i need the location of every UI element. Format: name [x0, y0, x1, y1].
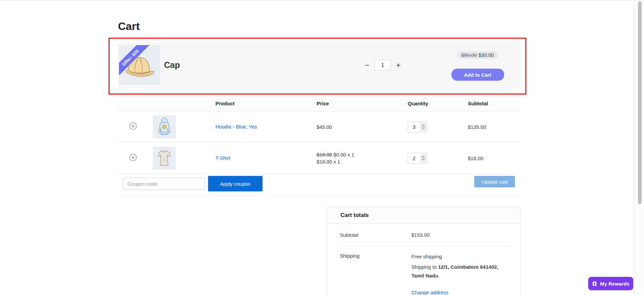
subtotal-label: Subtotal	[340, 232, 411, 238]
remove-item-icon[interactable]	[129, 153, 137, 161]
tshirt-illustration	[157, 149, 171, 167]
product-link-hoodie[interactable]: Hoodie - Blue, Yes	[215, 124, 257, 130]
hoodie-illustration	[157, 118, 172, 136]
spinner-arrows-icon[interactable]	[420, 154, 427, 163]
header-quantity: Quantity	[408, 101, 468, 106]
shipping-label: Shipping	[340, 253, 411, 259]
coupon-row: Apply coupon Update cart	[118, 174, 521, 196]
subtotal-value: $153.00	[411, 232, 430, 238]
cart-totals-panel: Cart totals Subtotal $153.00 Shipping Fr…	[327, 207, 521, 295]
promo-product-row: Offer: $20 Cap − + $50.00$30.00 Add to C…	[118, 42, 521, 88]
scrollbar-thumb[interactable]	[638, 1, 642, 204]
product-link-tshirt[interactable]: T-Shirt	[215, 155, 230, 161]
tshirt-product-image[interactable]	[153, 147, 176, 170]
plus-icon[interactable]: +	[395, 61, 401, 69]
quantity-input-tshirt[interactable]: 2	[408, 153, 428, 164]
header-product: Product	[215, 101, 317, 106]
cart-table: Product Price Quantity Subtotal	[118, 95, 521, 196]
promo-quantity-stepper: − +	[364, 60, 401, 70]
cap-product-image: Offer: $20	[119, 45, 160, 85]
hoodie-product-image[interactable]	[153, 115, 176, 138]
subtotal-tshirt: $18.00	[468, 155, 521, 161]
promo-product-name: Cap	[164, 60, 180, 70]
promo-old-price: $50.00	[461, 52, 477, 58]
quantity-input-hoodie[interactable]: 3	[408, 121, 428, 133]
cart-table-header: Product Price Quantity Subtotal	[118, 95, 521, 112]
add-to-cart-button[interactable]: Add to Cart	[451, 69, 504, 81]
scrollbar[interactable]	[634, 1, 644, 295]
promo-highlight-box: Offer: $20 Cap − + $50.00$30.00 Add to C…	[109, 38, 526, 95]
subtotal-row: Subtotal $153.00	[327, 224, 520, 246]
header-subtotal: Subtotal	[468, 101, 521, 106]
promo-price-badge: $50.00$30.00	[457, 51, 498, 59]
shipping-method: Free shipping	[411, 253, 512, 260]
my-rewards-button[interactable]: My Rewards	[588, 277, 633, 290]
spinner-arrows-icon[interactable]	[420, 122, 427, 132]
promo-quantity-input[interactable]	[374, 60, 391, 70]
cart-totals-title: Cart totals	[327, 207, 520, 224]
minus-icon[interactable]: −	[364, 61, 370, 69]
gift-icon	[592, 281, 597, 286]
promo-new-price: $30.00	[479, 52, 494, 58]
table-row-tshirt: T-Shirt $18.00 $0.00 x 1 $18.00 x 1 2 $1…	[118, 142, 521, 174]
subtotal-hoodie: $135.00	[468, 124, 521, 130]
header-price: Price	[317, 101, 408, 106]
shipping-destination: Shipping to 12/1, Coimbatore 641402, Tam…	[411, 263, 512, 280]
apply-coupon-button[interactable]: Apply coupon	[208, 176, 263, 191]
table-row-hoodie: Hoodie - Blue, Yes $45.00 3 $135.00	[118, 112, 521, 142]
remove-item-icon[interactable]	[129, 122, 137, 130]
change-address-link[interactable]: Change address	[411, 289, 448, 295]
promo-price-and-action: $50.00$30.00 Add to Cart	[451, 51, 505, 81]
update-cart-button[interactable]: Update cart	[474, 176, 515, 187]
page-title: Cart	[118, 20, 140, 33]
shipping-row: Shipping Free shipping Shipping to 12/1,…	[327, 247, 520, 295]
price-tshirt: $18.00 $0.00 x 1 $18.00 x 1	[317, 151, 408, 165]
price-hoodie: $45.00	[317, 123, 408, 131]
coupon-code-input[interactable]	[123, 178, 205, 190]
